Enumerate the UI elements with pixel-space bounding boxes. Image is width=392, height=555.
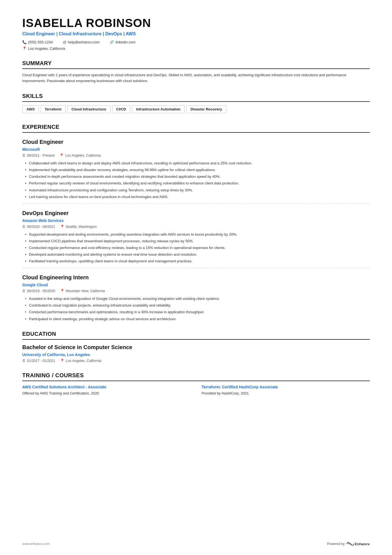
job-date-text: 09/2019 - 05/2020 [27,288,55,294]
footer-brand: Powered by Enhancv [327,541,370,547]
job-entry: DevOps Engineer Amazon Web Services 🗓 06… [22,209,370,268]
email-address: help@enhancv.com [68,40,100,45]
bullet-item: Conducted performance benchmarks and opt… [25,309,370,315]
bullet-item: Automated infrastructure provisioning an… [25,188,370,193]
job-location: 📍 Mountain View, California [60,288,105,294]
job-meta: 🗓 06/2020 - 08/2021 📍 Seattle, Washingto… [22,224,370,230]
training-section-title: TRAINING / COURSES [22,371,370,381]
training-grid: AWS Certified Solutions Architect - Asso… [22,384,370,396]
job-location-text: Mountain View, California [66,288,105,294]
location-pin-icon: 📍 [60,224,64,230]
edu-location-icon: 📍 [60,358,64,364]
candidate-title: Cloud Engineer | Cloud Infrastructure | … [22,31,370,37]
company-name: Microsoft [22,147,370,152]
linkedin-url: linkedin.com [115,40,135,45]
skills-row: AWSTerraformCloud InfrastructureCI/CDInf… [22,105,370,115]
calendar-icon: 🗓 [22,224,26,230]
bullet-item: Conducted regular performance and cost-e… [25,245,370,251]
bullet-item: Conducted in-depth performance assessmen… [25,174,370,179]
job-date: 🗓 06/2020 - 08/2021 [22,224,55,230]
education-section-title: EDUCATION [22,330,370,340]
job-location-text: Los Angeles, California [65,153,101,158]
summary-section-title: SUMMARY [22,59,370,69]
job-date: 🗓 09/2021 - Present [22,153,54,158]
summary-section: SUMMARY Cloud Engineer with 2 years of e… [22,59,370,84]
enhancv-logo-svg [346,542,354,546]
job-meta: 🗓 09/2019 - 05/2020 📍 Mountain View, Cal… [22,288,370,294]
bullet-item: Collaborated with client teams to design… [25,161,370,166]
linkedin-contact: 🔗 linkedin.com [110,40,135,45]
skill-tag: Infrastructure Automation [132,105,185,114]
skills-section-title: SKILLS [22,92,370,102]
phone-icon: 📞 [22,40,27,45]
edu-degree: Bachelor of Science in Computer Science [22,343,370,351]
company-name: Google Cloud [22,282,370,288]
training-item: AWS Certified Solutions Architect - Asso… [22,384,190,396]
link-icon: 🔗 [110,40,114,45]
skill-tag: AWS [22,105,39,114]
bullet-list: Collaborated with client teams to design… [22,161,370,200]
training-item-desc: Offered by AWS Training and Certificatio… [22,391,190,396]
footer: www.enhancv.com Powered by Enhancv [22,541,370,547]
calendar-icon: 🗓 [22,288,26,294]
phone-contact: 📞 (555) 555-1234 [22,40,53,45]
bullet-list: Supported development and testing enviro… [22,232,370,264]
job-location: 📍 Los Angeles, California [59,153,101,158]
candidate-name: ISABELLA ROBINSON [22,17,370,29]
job-date-text: 06/2020 - 08/2021 [27,224,55,230]
calendar-icon: 🗓 [22,358,26,364]
bullet-item: Supported development and testing enviro… [25,232,370,237]
phone-number: (555) 555-1234 [28,40,53,45]
job-title: Cloud Engineering Intern [22,273,370,282]
job-date-text: 09/2021 - Present [27,153,54,158]
bullet-item: Facilitated training workshops, upskilli… [25,258,370,264]
edu-school: University of California, Los Angeles [22,352,370,358]
edu-date-text: 01/2017 - 01/2021 [27,358,55,364]
education-section: EDUCATION Bachelor of Science in Compute… [22,330,370,364]
edu-location-text: Los Angeles, California [66,358,101,364]
training-item-desc: Provided by HashiCorp, 2021 [202,391,370,396]
jobs-container: Cloud Engineer Microsoft 🗓 09/2021 - Pre… [22,138,370,322]
bullet-list: Assisted in the setup and configuration … [22,296,370,322]
experience-section-title: EXPERIENCE [22,123,370,133]
job-location: 📍 Seattle, Washington [60,224,96,230]
training-item-title: Terraform: Certified HashiCorp Associate [202,384,370,390]
bullet-item: Assisted in the setup and configuration … [25,296,370,302]
enhancv-logo: Enhancv [346,541,370,547]
skill-tag: Disaster Recovery [186,105,226,114]
resume-page: ISABELLA ROBINSON Cloud Engineer | Cloud… [0,0,392,555]
bullet-item: Participated in client meetings, providi… [25,316,370,322]
location-pin-icon: 📍 [60,288,64,294]
training-item: Terraform: Certified HashiCorp Associate… [202,384,370,396]
summary-text: Cloud Engineer with 2 years of experienc… [22,72,370,84]
skills-section: SKILLS AWSTerraformCloud InfrastructureC… [22,92,370,115]
location-icon: 📍 [22,46,27,51]
bullet-item: Performed regular security reviews of cl… [25,181,370,186]
enhancv-brand-name: Enhancv [355,541,370,547]
edu-meta: 🗓 01/2017 - 01/2021 📍 Los Angeles, Calif… [22,358,370,364]
training-item-title: AWS Certified Solutions Architect - Asso… [22,384,190,390]
job-title: Cloud Engineer [22,138,370,146]
location-text: Los Angeles, California [28,46,65,51]
company-name: Amazon Web Services [22,218,370,224]
job-title: DevOps Engineer [22,209,370,217]
job-entry: Cloud Engineering Intern Google Cloud 🗓 … [22,273,370,322]
skill-tag: CI/CD [112,105,130,114]
job-entry: Cloud Engineer Microsoft 🗓 09/2021 - Pre… [22,138,370,204]
email-contact: @ help@enhancv.com [63,40,100,45]
bullet-item: Implemented high-availability and disast… [25,167,370,173]
location-row: 📍 Los Angeles, California [22,46,370,51]
edu-date: 🗓 01/2017 - 01/2021 [22,358,55,364]
skill-tag: Terraform [41,105,66,114]
footer-website: www.enhancv.com [22,541,50,546]
job-date: 🗓 09/2019 - 05/2020 [22,288,55,294]
location-pin-icon: 📍 [59,153,64,158]
powered-by-label: Powered by [327,541,344,546]
job-meta: 🗓 09/2021 - Present 📍 Los Angeles, Calif… [22,153,370,158]
bullet-item: Led training sessions for client teams o… [25,194,370,200]
calendar-icon: 🗓 [22,153,26,158]
experience-section: EXPERIENCE Cloud Engineer Microsoft 🗓 09… [22,123,370,322]
bullet-item: Implemented CI/CD pipelines that streaml… [25,238,370,244]
job-location-text: Seattle, Washington [66,224,96,230]
edu-location: 📍 Los Angeles, California [60,358,101,364]
